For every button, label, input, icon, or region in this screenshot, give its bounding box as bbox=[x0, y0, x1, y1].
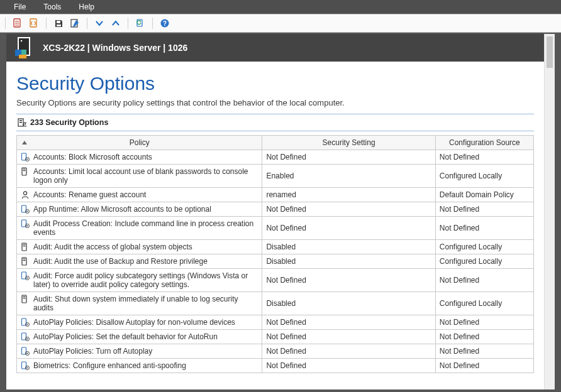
toolbar-separator bbox=[152, 18, 153, 29]
col-header-policy-label: Policy bbox=[130, 138, 150, 147]
svg-point-28 bbox=[27, 211, 28, 212]
edit-button[interactable] bbox=[68, 16, 82, 30]
export-xml-button[interactable] bbox=[27, 16, 41, 30]
svg-point-25 bbox=[23, 192, 26, 195]
toolbar: ? bbox=[0, 14, 561, 33]
sort-asc-icon bbox=[22, 141, 27, 144]
policy-icon bbox=[21, 205, 30, 214]
policy-cell: AutoPlay Policies: Disallow Autoplay for… bbox=[17, 315, 262, 330]
policy-cell: App Runtime: Allow Microsoft accounts to… bbox=[17, 202, 262, 217]
svg-rect-18 bbox=[25, 124, 26, 125]
policy-icon bbox=[21, 271, 30, 280]
svg-point-55 bbox=[27, 368, 28, 369]
table-row[interactable]: Biometrics: Configure enhanced anti-spoo… bbox=[17, 359, 534, 373]
policy-name: AutoPlay Policies: Disallow Autoplay for… bbox=[33, 318, 235, 327]
table-row[interactable]: Audit: Shut down system immediately if u… bbox=[17, 292, 534, 315]
source-cell: Not Defined bbox=[435, 330, 533, 344]
menu-file[interactable]: File bbox=[5, 1, 35, 13]
col-header-policy[interactable]: Policy bbox=[17, 136, 262, 150]
policy-name: Audit Process Creation: Include command … bbox=[33, 219, 258, 237]
setting-cell: Not Defined bbox=[262, 269, 435, 292]
help-icon: ? bbox=[160, 18, 170, 28]
policy-icon bbox=[21, 332, 30, 341]
svg-rect-34 bbox=[23, 246, 26, 246]
source-cell: Not Defined bbox=[435, 344, 533, 359]
xml-icon bbox=[29, 18, 39, 28]
user-icon bbox=[21, 190, 30, 199]
policy-name: AutoPlay Policies: Turn off Autoplay bbox=[33, 347, 152, 356]
scrollbar-thumb[interactable] bbox=[547, 36, 553, 68]
policy-icon bbox=[21, 318, 30, 327]
export-pdf-button[interactable] bbox=[11, 16, 25, 30]
source-cell: Not Defined bbox=[435, 269, 533, 292]
policy-cell: Accounts: Rename guest account bbox=[17, 188, 262, 202]
svg-point-52 bbox=[27, 353, 28, 354]
pdf-icon bbox=[13, 18, 23, 28]
report-header: XCS-2K22 | Windows Server | 1026 bbox=[6, 34, 555, 62]
help-button[interactable]: ? bbox=[158, 16, 172, 30]
policy-icon bbox=[21, 153, 30, 161]
col-header-setting[interactable]: Security Setting bbox=[262, 136, 435, 150]
setting-cell: Not Defined bbox=[262, 315, 435, 330]
setting-cell: renamed bbox=[262, 188, 435, 202]
table-header-row: Policy Security Setting Configuration So… bbox=[17, 136, 534, 150]
table-row[interactable]: AutoPlay Policies: Set the default behav… bbox=[17, 330, 534, 344]
table-row[interactable]: Audit: Audit the access of global system… bbox=[17, 240, 534, 254]
svg-rect-10 bbox=[21, 40, 22, 41]
table-row[interactable]: Accounts: Block Microsoft accountsNot De… bbox=[17, 150, 534, 165]
setting-cell: Disabled bbox=[262, 240, 435, 254]
policy-cell: Audit: Audit the use of Backup and Resto… bbox=[17, 254, 262, 269]
svg-rect-12 bbox=[21, 50, 26, 55]
device-icon bbox=[21, 295, 30, 303]
refresh-button[interactable] bbox=[133, 16, 147, 30]
setting-cell: Not Defined bbox=[262, 150, 435, 165]
table-row[interactable]: AutoPlay Policies: Turn off AutoplayNot … bbox=[17, 344, 534, 359]
vertical-scrollbar[interactable] bbox=[544, 34, 555, 389]
report-title: XCS-2K22 | Windows Server | 1026 bbox=[43, 43, 187, 53]
save-button[interactable] bbox=[52, 16, 65, 30]
section-header: 233 Security Options bbox=[16, 114, 534, 131]
svg-rect-36 bbox=[23, 259, 26, 259]
policy-icon bbox=[21, 361, 30, 370]
collapse-up-button[interactable] bbox=[109, 16, 123, 30]
policy-cell: Audit: Force audit policy subcategory se… bbox=[17, 269, 262, 292]
table-row[interactable]: Audit: Force audit policy subcategory se… bbox=[17, 269, 534, 292]
policy-icon bbox=[21, 347, 30, 356]
toolbar-separator bbox=[128, 18, 128, 29]
policy-icon bbox=[21, 219, 30, 228]
source-cell: Default Domain Policy bbox=[435, 188, 533, 202]
setting-cell: Disabled bbox=[262, 254, 435, 269]
svg-rect-2 bbox=[57, 21, 60, 23]
svg-rect-23 bbox=[23, 169, 26, 170]
device-icon bbox=[21, 167, 30, 176]
report-viewer: XCS-2K22 | Windows Server | 1026 Securit… bbox=[6, 34, 555, 389]
table-row[interactable]: AutoPlay Policies: Disallow Autoplay for… bbox=[17, 315, 534, 330]
source-cell: Configured Locally bbox=[435, 165, 533, 188]
chevron-down-icon bbox=[95, 19, 104, 28]
policy-cell: AutoPlay Policies: Turn off Autoplay bbox=[17, 344, 262, 359]
table-row[interactable]: Accounts: Limit local account use of bla… bbox=[17, 165, 534, 188]
policy-cell: Audit: Shut down system immediately if u… bbox=[17, 292, 262, 315]
policy-name: Audit: Force audit policy subcategory se… bbox=[33, 271, 258, 289]
policy-cell: Accounts: Block Microsoft accounts bbox=[17, 150, 262, 165]
expand-down-button[interactable] bbox=[92, 16, 106, 30]
policy-cell: Audit: Audit the access of global system… bbox=[17, 240, 262, 254]
col-header-source[interactable]: Configuration Source bbox=[435, 136, 533, 150]
col-header-setting-label: Security Setting bbox=[323, 138, 375, 147]
source-cell: Not Defined bbox=[435, 150, 533, 165]
server-logo bbox=[15, 37, 34, 58]
source-cell: Configured Locally bbox=[435, 240, 533, 254]
table-row[interactable]: Accounts: Rename guest accountrenamedDef… bbox=[17, 188, 534, 202]
svg-rect-24 bbox=[23, 170, 26, 171]
source-cell: Not Defined bbox=[435, 315, 533, 330]
source-cell: Configured Locally bbox=[435, 292, 533, 315]
menu-tools[interactable]: Tools bbox=[35, 1, 70, 13]
setting-cell: Not Defined bbox=[262, 359, 435, 373]
table-row[interactable]: Audit Process Creation: Include command … bbox=[17, 217, 534, 240]
svg-rect-15 bbox=[19, 120, 22, 121]
device-icon bbox=[21, 242, 30, 251]
table-row[interactable]: App Runtime: Allow Microsoft accounts to… bbox=[17, 202, 534, 217]
table-row[interactable]: Audit: Audit the use of Backup and Resto… bbox=[17, 254, 534, 269]
menu-help[interactable]: Help bbox=[70, 1, 103, 13]
page-description: Security Options are security policy set… bbox=[16, 98, 534, 107]
